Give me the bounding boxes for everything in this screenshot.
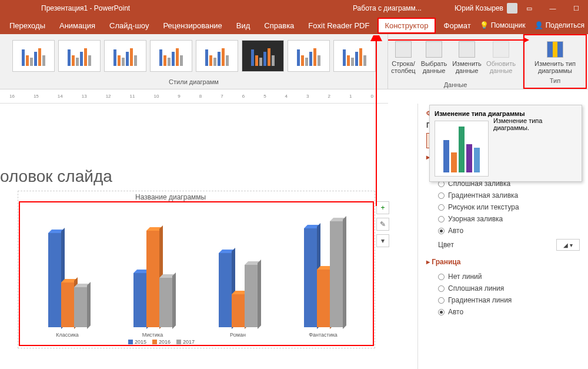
chart-style-3[interactable] (104, 40, 146, 72)
horizontal-ruler: 1615141312111098765432101234567891011121… (0, 89, 388, 104)
slide-title-placeholder[interactable]: оловок слайда (0, 167, 112, 186)
chart-style-4[interactable] (150, 40, 192, 72)
data-group-label: Данные (388, 81, 523, 89)
share-button[interactable]: 👤 Поделиться (534, 21, 584, 29)
chart-style-2[interactable] (58, 40, 101, 72)
chart-elements-button[interactable]: + (376, 201, 389, 214)
border-section-header[interactable]: Граница (426, 258, 580, 266)
change-chart-type-button[interactable]: Изменить тип диаграммы (529, 38, 581, 77)
chart-styles-button[interactable]: ✎ (376, 218, 389, 231)
bar-2015-mystic[interactable] (133, 273, 146, 327)
avatar (507, 3, 517, 14)
window-controls: ▭ — ☐ (517, 0, 588, 16)
title-bar: Презентация1 - PowerPoint Работа с диагр… (0, 0, 588, 16)
tab-review[interactable]: Рецензирование (157, 19, 228, 32)
change-chart-type-tooltip: Изменение типа диаграммы Изменение типа … (429, 105, 582, 182)
fill-gradient-radio[interactable]: Градиентная заливка (426, 190, 580, 201)
category-label: Классика (56, 332, 79, 338)
category-label: Мистика (142, 332, 163, 338)
tab-view[interactable]: Вид (230, 19, 256, 32)
chart-style-5[interactable] (196, 40, 238, 72)
slide-canvas[interactable]: оловок слайда Название диаграммы Классик… (0, 104, 388, 369)
tab-slideshow[interactable]: Слайд-шоу (103, 19, 155, 32)
color-picker-button[interactable]: ◢ ▾ (556, 239, 580, 251)
assistant-button[interactable]: 💡 Помощник (480, 21, 525, 29)
category-label: Фантастика (309, 332, 338, 338)
tab-help[interactable]: Справка (258, 19, 300, 32)
category-label: Роман (230, 332, 246, 338)
fill-picture-radio[interactable]: Рисунок или текстура (426, 201, 580, 213)
edit-data-button[interactable]: Изменить данные (449, 34, 485, 81)
bar-2016-fantasy[interactable] (317, 270, 330, 327)
tab-chart-design[interactable]: Конструктор (377, 18, 435, 34)
bar-2017-mystic[interactable] (159, 278, 172, 327)
border-auto-radio[interactable]: Авто (426, 306, 580, 318)
refresh-data-button: Обновить данные (485, 34, 517, 81)
tab-transitions[interactable]: Переходы (4, 19, 51, 32)
bar-2017-classic[interactable] (74, 287, 87, 327)
maximize-button[interactable]: ☐ (564, 0, 588, 16)
bar-2017-novel[interactable] (245, 265, 258, 327)
bar-2017-fantasy[interactable] (330, 221, 343, 327)
border-solid-radio[interactable]: Сплошная линия (426, 282, 580, 294)
chart-plot-area[interactable]: Классика Мистика Роман Фантастика (25, 210, 366, 327)
ribbon-tabs: Переходы Анимация Слайд-шоу Рецензирован… (0, 16, 588, 34)
type-group: Изменить тип диаграммы Тип (523, 34, 587, 89)
chart-styles-group: Стили диаграмм (0, 34, 388, 89)
context-tab-label: Работа с диаграмм... (353, 4, 422, 12)
border-gradient-radio[interactable]: Градиентная линия (426, 294, 580, 306)
bar-2015-classic[interactable] (48, 233, 61, 327)
tab-foxit[interactable]: Foxit Reader PDF (302, 19, 375, 32)
border-none-radio[interactable]: Нет линий (426, 271, 580, 282)
fill-auto-radio[interactable]: Авто (426, 225, 580, 237)
ribbon-options-icon[interactable]: ▭ (517, 0, 541, 16)
chart-legend[interactable]: 2015 2016 2017 (128, 339, 195, 345)
styles-group-label: Стили диаграмм (169, 78, 219, 87)
chart-float-buttons: + ✎ ▾ (376, 201, 389, 247)
bar-2015-novel[interactable] (219, 253, 232, 327)
select-data-button[interactable]: Выбрать данные (419, 34, 449, 81)
fill-pattern-radio[interactable]: Узорная заливка (426, 213, 580, 225)
data-group: Строка/ столбец Выбрать данные Изменить … (388, 34, 523, 89)
fill-color-row: Цвет ◢ ▾ (426, 237, 580, 253)
bar-2015-fantasy[interactable] (304, 228, 317, 327)
color-label: Цвет (438, 241, 454, 249)
ribbon: Стили диаграмм Строка/ столбец Выбрать д… (0, 34, 588, 89)
chart-filters-button[interactable]: ▾ (376, 234, 389, 247)
minimize-button[interactable]: — (541, 0, 564, 16)
tab-animation[interactable]: Анимация (54, 19, 101, 32)
document-title: Презентация1 - PowerPoint (41, 4, 130, 12)
tab-format[interactable]: Формат (438, 19, 477, 32)
user-account[interactable]: Юрий Козырев (455, 3, 517, 14)
tooltip-desc: Изменение типа диаграммы. (493, 117, 577, 131)
bar-2016-novel[interactable] (232, 294, 245, 327)
chart-style-7[interactable] (288, 40, 330, 72)
chart-style-8[interactable] (333, 40, 376, 72)
chart-style-6[interactable] (242, 40, 284, 72)
user-name: Юрий Козырев (455, 4, 503, 12)
switch-row-column-button[interactable]: Строка/ столбец (388, 34, 419, 81)
bar-2016-mystic[interactable] (146, 231, 159, 327)
bar-2016-classic[interactable] (61, 282, 74, 327)
type-group-label: Тип (550, 77, 560, 85)
tooltip-preview-chart (435, 121, 489, 177)
chart-style-1[interactable] (12, 40, 55, 72)
tooltip-title: Изменение типа диаграммы (435, 110, 577, 117)
